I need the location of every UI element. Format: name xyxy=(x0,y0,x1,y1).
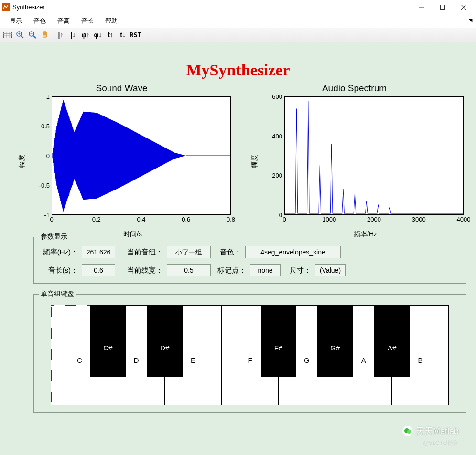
white-key-label: B xyxy=(418,356,423,364)
white-key-label: C xyxy=(77,356,82,364)
span-up-icon[interactable]: φ↑ xyxy=(80,29,91,41)
amp-up-icon[interactable]: |↑ xyxy=(55,29,66,41)
label-dur: 音长(s)： xyxy=(40,266,78,275)
yticks-left: -1-0.500.51 xyxy=(32,96,51,215)
keyboard-legend: 单音组键盘 xyxy=(39,290,76,298)
label-tone: 音色： xyxy=(215,248,241,257)
zoom-in-icon[interactable] xyxy=(14,29,26,41)
app-icon xyxy=(2,3,10,11)
menu-display[interactable]: 显示 xyxy=(5,16,27,26)
black-key-Dsharp[interactable]: D# xyxy=(147,305,183,377)
pan-icon[interactable] xyxy=(39,29,51,41)
label-size: 尺寸： xyxy=(284,266,311,275)
params-panel: 参数显示 频率(Hz)： 261.626 当前音组： 小字一组 音色： 4seg… xyxy=(33,237,466,284)
watermark-source: @51CTO博客 xyxy=(423,439,459,447)
minimize-button[interactable] xyxy=(411,0,432,14)
wechat-icon xyxy=(402,426,413,436)
svg-rect-2 xyxy=(441,5,445,9)
yticks-right: 0200400600 xyxy=(265,96,283,215)
xticks-left: 00.20.40.60.8 xyxy=(52,216,231,224)
params-legend: 参数显示 xyxy=(39,233,69,241)
label-marker: 标记点： xyxy=(215,266,246,275)
chart-title-right: Audio Spectrum xyxy=(240,83,468,94)
keyboard: CDEFGABC#D#F#G#A# xyxy=(51,305,449,405)
keyboard-panel: 单音组键盘 CDEFGABC#D#F#G#A# xyxy=(33,294,466,413)
black-key-label: G# xyxy=(330,344,340,352)
field-tone[interactable]: 4seg_envelopes_sine xyxy=(245,246,341,258)
menu-bar: 显示 音色 音高 音长 帮助 ◥ xyxy=(0,14,476,28)
menu-length[interactable]: 音长 xyxy=(76,16,98,26)
maximize-button[interactable] xyxy=(432,0,453,14)
span-down-icon[interactable]: φ↓ xyxy=(92,29,104,41)
white-key-label: F xyxy=(248,356,252,364)
white-key-label: A xyxy=(361,356,366,364)
black-key-label: D# xyxy=(160,344,169,352)
plot-area-right[interactable] xyxy=(284,96,464,215)
close-button[interactable] xyxy=(453,0,474,14)
title-bar: Synthesizer xyxy=(0,0,476,14)
grid-icon[interactable] xyxy=(2,29,13,41)
figure-background: MySynthesizer Sound Wave 幅度 -1-0.500.51 … xyxy=(0,42,476,455)
sound-wave-chart: Sound Wave 幅度 -1-0.500.51 00.20.40.60.8 … xyxy=(8,83,236,228)
field-group[interactable]: 小字一组 xyxy=(167,246,211,258)
ylabel-right: 幅度 xyxy=(250,155,259,168)
xticks-right: 01000200030004000 xyxy=(284,216,464,224)
label-freq: 频率(Hz)： xyxy=(40,248,78,257)
black-key-label: C# xyxy=(103,344,112,352)
white-key-label: D xyxy=(134,356,139,364)
label-group: 当前音组： xyxy=(119,248,163,257)
menu-tone[interactable]: 音色 xyxy=(29,16,51,26)
field-linew[interactable]: 0.5 xyxy=(167,264,211,276)
app-title: MySynthesizer xyxy=(5,61,471,79)
note-down-icon[interactable]: t↓ xyxy=(117,29,129,41)
menu-pitch[interactable]: 音高 xyxy=(53,16,75,26)
black-key-Csharp[interactable]: C# xyxy=(90,305,126,377)
black-key-label: A# xyxy=(388,344,396,352)
watermark-channel: 天天Matlab xyxy=(402,425,459,437)
svg-rect-5 xyxy=(4,32,12,38)
dock-corner-icon[interactable]: ◥ xyxy=(468,17,472,23)
chart-title-left: Sound Wave xyxy=(8,83,236,94)
watermark-text: 天天Matlab xyxy=(416,425,459,437)
zoom-out-icon[interactable] xyxy=(27,29,38,41)
window-title: Synthesizer xyxy=(12,3,45,11)
note-up-icon[interactable]: t↑ xyxy=(105,29,116,41)
label-linew: 当前线宽： xyxy=(119,266,163,275)
plot-area-left[interactable] xyxy=(52,96,231,215)
svg-line-11 xyxy=(21,36,23,38)
black-key-Fsharp[interactable]: F# xyxy=(261,305,296,377)
amp-down-icon[interactable]: |↓ xyxy=(67,29,79,41)
field-freq[interactable]: 261.626 xyxy=(82,246,115,258)
svg-point-23 xyxy=(407,430,411,434)
white-key-label: E xyxy=(191,356,195,364)
field-dur[interactable]: 0.6 xyxy=(82,264,115,276)
ylabel-left: 幅度 xyxy=(18,155,26,168)
field-size[interactable]: (Value) xyxy=(315,264,346,276)
reset-button[interactable]: RST xyxy=(130,29,141,41)
black-key-Gsharp[interactable]: G# xyxy=(317,305,353,377)
menu-help[interactable]: 帮助 xyxy=(100,16,122,26)
audio-spectrum-chart: Audio Spectrum 幅度 0200400600 01000200030… xyxy=(240,83,468,228)
black-key-Asharp[interactable]: A# xyxy=(374,305,410,377)
toolbar: |↑ |↓ φ↑ φ↓ t↑ t↓ RST xyxy=(0,28,476,42)
svg-line-15 xyxy=(33,36,36,38)
white-key-label: G xyxy=(304,356,310,364)
field-marker[interactable]: none xyxy=(250,264,281,276)
black-key-label: F# xyxy=(274,344,283,352)
